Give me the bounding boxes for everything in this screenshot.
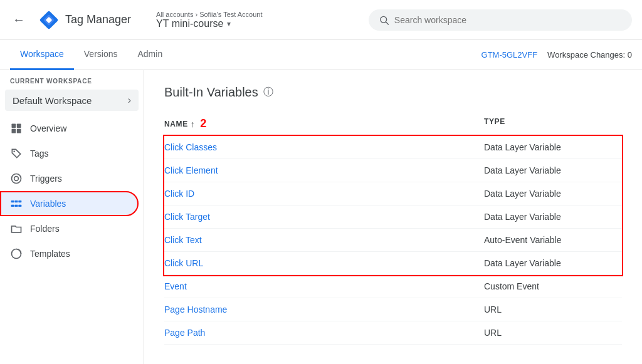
table-row: Click ID Data Layer Variable (164, 182, 622, 205)
svg-point-9 (13, 150, 15, 152)
account-name: YT mini-course (156, 18, 223, 29)
svg-point-10 (12, 174, 21, 184)
highlighted-rows-box: Click Classes Data Layer Variable Click … (164, 136, 622, 275)
row-name[interactable]: Page Path (164, 328, 484, 338)
tab-versions[interactable]: Versions (74, 40, 128, 70)
dropdown-icon: ▾ (227, 19, 231, 28)
row-name[interactable]: Event (164, 281, 484, 291)
table-row: Click Target Data Layer Variable (164, 205, 622, 229)
main-layout: CURRENT WORKSPACE Default Workspace › Ov… (0, 70, 642, 364)
table-header: Name ↑ 2 Type (164, 112, 622, 136)
logo-area: Tag Manager (38, 9, 131, 31)
workspace-name: Default Workspace (13, 95, 92, 106)
back-button[interactable]: ← (10, 10, 28, 29)
svg-rect-7 (12, 129, 16, 133)
sidebar-item-overview[interactable]: Overview (0, 116, 139, 141)
svg-line-4 (386, 22, 389, 24)
sidebar-item-triggers[interactable]: Triggers (0, 166, 139, 191)
top-bar: ← Tag Manager All accounts › Sofiia's Te… (0, 0, 642, 40)
row-type: URL (484, 328, 622, 338)
current-workspace-label: CURRENT WORKSPACE (0, 70, 144, 87)
page-header: Built-In Variables ⓘ (164, 85, 622, 100)
row-type: Data Layer Variable (484, 189, 622, 199)
workspace-selector[interactable]: Default Workspace › (5, 90, 139, 111)
sidebar-item-label-overview: Overview (30, 123, 66, 133)
template-icon (10, 247, 23, 260)
table-row: Event Custom Event (164, 275, 622, 298)
help-icon[interactable]: ⓘ (263, 86, 273, 99)
table-row: Click Element Data Layer Variable (164, 159, 622, 182)
svg-rect-16 (15, 205, 18, 207)
svg-rect-5 (12, 124, 16, 128)
svg-rect-12 (11, 200, 14, 202)
tag-icon (10, 147, 23, 160)
sidebar-item-folders[interactable]: Folders (0, 216, 139, 241)
sort-icon[interactable]: ↑ (191, 119, 196, 129)
nav-tabs: Workspace Versions Admin (10, 40, 482, 70)
row-name[interactable]: Page Hostname (164, 304, 484, 315)
svg-rect-13 (15, 200, 18, 202)
svg-rect-14 (18, 200, 21, 202)
sidebar-item-label-templates: Templates (30, 249, 70, 259)
row-name[interactable]: Click ID (164, 189, 484, 199)
svg-rect-6 (17, 124, 21, 128)
row-type: URL (484, 304, 622, 315)
nav-right: GTM-5GL2VFF Workspace Changes: 0 (482, 50, 632, 60)
row-type: Data Layer Variable (484, 142, 622, 152)
folder-icon (10, 222, 23, 235)
svg-point-11 (14, 177, 19, 181)
table-row: Click Classes Data Layer Variable (164, 136, 622, 159)
table-row: Click URL Data Layer Variable (164, 252, 622, 275)
col-name-header: Name ↑ 2 (164, 117, 484, 130)
name-header-label: Name (164, 120, 188, 128)
col-type-header: Type (484, 117, 622, 130)
tab-workspace[interactable]: Workspace (10, 40, 74, 70)
row-name[interactable]: Click Target (164, 212, 484, 222)
row-name[interactable]: Click Classes (164, 142, 484, 152)
row-name[interactable]: Click Element (164, 165, 484, 175)
row-name[interactable]: Click Text (164, 235, 484, 245)
svg-rect-15 (11, 205, 14, 207)
gtm-logo (38, 9, 60, 31)
search-icon (379, 14, 389, 26)
annotation-2: 2 (200, 117, 207, 130)
row-type: Custom Event (484, 281, 622, 291)
content-area: Built-In Variables ⓘ Name ↑ 2 Type Click… (144, 70, 642, 364)
chevron-right-icon: › (128, 95, 131, 106)
row-name[interactable]: Click URL (164, 258, 484, 268)
trigger-icon (10, 172, 23, 185)
sidebar-menu: Overview Tags (0, 116, 144, 266)
svg-rect-8 (17, 129, 21, 133)
row-type: Data Layer Variable (484, 258, 622, 268)
app-name: Tag Manager (65, 13, 131, 26)
row-type: Auto-Event Variable (484, 235, 622, 245)
sidebar-item-templates[interactable]: Templates (0, 241, 139, 266)
search-bar[interactable] (369, 9, 632, 31)
variables-icon (10, 197, 23, 210)
sidebar-item-label-triggers: Triggers (30, 174, 62, 184)
account-selector[interactable]: YT mini-course ▾ (156, 18, 262, 29)
overview-icon (10, 122, 23, 135)
sidebar-item-variables[interactable]: Variables (0, 191, 139, 216)
sidebar-item-tags[interactable]: Tags (0, 141, 139, 166)
sidebar-item-label-folders: Folders (30, 224, 60, 234)
table-row: Page Path URL (164, 321, 622, 345)
sidebar: CURRENT WORKSPACE Default Workspace › Ov… (0, 70, 144, 364)
breadcrumb-top: All accounts › Sofiia's Test Account (156, 11, 262, 18)
tab-admin[interactable]: Admin (127, 40, 172, 70)
page-title: Built-In Variables (164, 85, 258, 100)
gtm-id: GTM-5GL2VFF (482, 50, 538, 60)
type-header-label: Type (484, 117, 505, 126)
svg-rect-17 (18, 205, 21, 207)
breadcrumb: All accounts › Sofiia's Test Account YT … (156, 11, 262, 29)
sidebar-item-label-variables: Variables (30, 199, 66, 209)
workspace-changes: Workspace Changes: 0 (547, 50, 632, 60)
sidebar-item-label-tags: Tags (30, 148, 49, 159)
search-input[interactable] (394, 15, 622, 25)
table-row: Page Hostname URL (164, 298, 622, 321)
table-row: Click Text Auto-Event Variable (164, 229, 622, 252)
row-type: Data Layer Variable (484, 212, 622, 222)
sub-nav: Workspace Versions Admin GTM-5GL2VFF Wor… (0, 40, 642, 70)
row-type: Data Layer Variable (484, 165, 622, 175)
